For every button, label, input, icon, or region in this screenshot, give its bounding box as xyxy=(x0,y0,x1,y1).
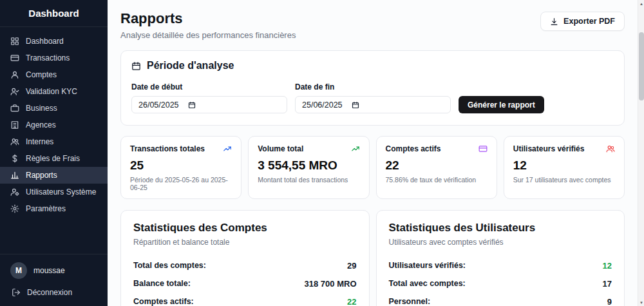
page-title: Rapports xyxy=(120,10,296,27)
stat-row-value: 12 xyxy=(603,261,612,271)
start-date-group: Date de début 26/05/2025 xyxy=(131,82,287,113)
panel-title: Statistiques des Comptes xyxy=(133,222,357,234)
sidebar-item-label: Agences xyxy=(26,120,56,129)
user-name: moussae xyxy=(33,266,65,275)
sidebar-item-label: Paramètres xyxy=(26,204,66,213)
stat-row-value: 29 xyxy=(347,261,356,271)
user-profile[interactable]: M moussae xyxy=(10,262,97,279)
download-icon xyxy=(550,17,558,26)
stat-card-utilisateurs-verifies: Utilisateurs vérifiés 12 Sur 17 utilisat… xyxy=(504,136,625,199)
scroll-up-arrow[interactable]: ▲ xyxy=(638,0,644,7)
start-date-input[interactable]: 26/05/2025 xyxy=(131,96,287,113)
kpi-stats-row: Transactions totales 25 Période du 2025-… xyxy=(120,136,625,199)
stat-subtext: Montant total des transactions xyxy=(258,176,359,184)
logout-label: Déconnexion xyxy=(27,288,72,297)
sidebar-item-business[interactable]: Business xyxy=(0,100,108,117)
users-statistics-panel: Statistiques des Utilisateurs Utilisateu… xyxy=(376,210,625,306)
sidebar-item-validation-kyc[interactable]: Validation KYC xyxy=(0,83,108,100)
calendar-icon xyxy=(131,61,141,71)
gear-icon xyxy=(10,204,19,213)
calendar-picker-icon[interactable] xyxy=(352,101,359,109)
sidebar-item-transactions[interactable]: Transactions xyxy=(0,50,108,66)
building-icon xyxy=(10,120,19,129)
stat-row: Total avec comptes: 17 xyxy=(389,274,612,292)
stat-row-value: 17 xyxy=(603,279,612,289)
sidebar-item-internes[interactable]: Internes xyxy=(0,133,108,150)
end-date-label: Date de fin xyxy=(295,82,451,91)
grid-icon xyxy=(10,37,19,46)
panel-rows: Utilisateurs vérifiés: 12 Total avec com… xyxy=(389,256,612,306)
bar-chart-icon xyxy=(10,171,19,180)
stat-title: Transactions totales xyxy=(130,144,205,153)
period-form: Date de début 26/05/2025 Date de fin 25/… xyxy=(131,82,614,113)
sidebar-item-parametres[interactable]: Paramètres xyxy=(0,200,108,217)
sidebar-item-regles-de-frais[interactable]: Règles de Frais xyxy=(0,150,108,167)
stat-title: Utilisateurs vérifiés xyxy=(513,144,585,153)
sidebar-item-rapports[interactable]: Rapports xyxy=(0,167,108,184)
stat-row: Comptes actifs: 22 xyxy=(133,292,357,306)
sidebar: Dashboard Dashboard Transactions Comptes xyxy=(0,0,108,306)
sidebar-item-agences[interactable]: Agences xyxy=(0,117,108,133)
users-icon xyxy=(606,144,615,153)
stat-value: 12 xyxy=(513,158,615,173)
stat-value: 25 xyxy=(130,158,232,173)
stat-title: Volume total xyxy=(258,144,303,153)
sidebar-item-utilisateurs-systeme[interactable]: Utilisateurs Système xyxy=(0,184,108,200)
stat-row: Utilisateurs vérifiés: 12 xyxy=(389,256,612,274)
panel-subtitle: Utilisateurs avec comptes vérifiés xyxy=(389,238,612,247)
sidebar-item-label: Transactions xyxy=(26,53,70,62)
scroll-down-arrow[interactable]: ▼ xyxy=(638,299,644,306)
stat-title: Comptes actifs xyxy=(386,144,441,153)
period-title-row: Période d'analyse xyxy=(131,60,614,72)
stat-row-label: Balance totale: xyxy=(133,279,191,288)
sidebar-user-section: M moussae Déconnexion xyxy=(0,254,108,306)
trend-up-icon xyxy=(223,144,232,153)
panel-subtitle: Répartition et balance totale xyxy=(133,238,357,247)
sidebar-item-label: Dashboard xyxy=(26,37,64,46)
users-icon xyxy=(10,137,19,146)
scrollbar-thumb[interactable] xyxy=(639,32,644,100)
sidebar-item-dashboard[interactable]: Dashboard xyxy=(0,33,108,50)
vertical-scrollbar[interactable]: ▲ ▼ xyxy=(638,0,644,306)
sidebar-title: Dashboard xyxy=(0,0,108,27)
sidebar-item-label: Comptes xyxy=(26,70,57,79)
export-pdf-button[interactable]: Exporter PDF xyxy=(540,12,625,31)
stat-value: 22 xyxy=(386,158,488,173)
stat-row-label: Total avec comptes: xyxy=(389,279,466,288)
stat-row-value: 318 700 MRO xyxy=(305,279,357,289)
sidebar-item-label: Rapports xyxy=(26,171,57,180)
stat-card-comptes-actifs: Comptes actifs 22 75.86% de taux de véri… xyxy=(376,136,497,199)
stat-row-value: 22 xyxy=(347,297,356,306)
avatar: M xyxy=(10,262,27,279)
stat-value: 3 554,55 MRO xyxy=(258,158,359,173)
stat-card-transactions-totales: Transactions totales 25 Période du 2025-… xyxy=(120,136,242,199)
stat-subtext: Période du 2025-05-26 au 2025-06-25 xyxy=(130,176,232,191)
page-header: Rapports Analyse détaillée des performan… xyxy=(120,10,625,40)
panel-title: Statistiques des Utilisateurs xyxy=(389,222,612,234)
credit-card-icon xyxy=(10,53,19,62)
end-date-group: Date de fin 25/06/2025 xyxy=(295,82,451,113)
sidebar-item-label: Internes xyxy=(26,137,53,146)
sidebar-item-label: Règles de Frais xyxy=(26,154,80,163)
briefcase-icon xyxy=(10,104,19,113)
stat-row-label: Comptes actifs: xyxy=(133,297,194,306)
period-card-title: Période d'analyse xyxy=(147,60,234,72)
stat-subtext: Sur 17 utilisateurs avec comptes xyxy=(513,176,615,184)
end-date-value: 25/06/2025 xyxy=(302,100,343,110)
statistics-panels: Statistiques des Comptes Répartition et … xyxy=(120,210,625,306)
stat-row-value: 9 xyxy=(607,297,612,306)
stat-row-label: Personnel: xyxy=(389,297,431,306)
user-icon xyxy=(10,70,19,79)
app-window: Dashboard Dashboard Transactions Comptes xyxy=(0,0,644,306)
stat-row: Total des comptes: 29 xyxy=(133,256,357,274)
end-date-input[interactable]: 25/06/2025 xyxy=(295,96,451,113)
logout-icon xyxy=(12,288,21,297)
stat-row: Personnel: 9 xyxy=(389,292,612,306)
page-heading-block: Rapports Analyse détaillée des performan… xyxy=(120,10,296,40)
sidebar-item-comptes[interactable]: Comptes xyxy=(0,66,108,83)
export-pdf-label: Exporter PDF xyxy=(564,17,615,26)
logout-button[interactable]: Déconnexion xyxy=(10,288,97,297)
generate-report-button[interactable]: Générer le rapport xyxy=(459,96,544,113)
calendar-picker-icon[interactable] xyxy=(188,101,196,109)
period-analysis-card: Période d'analyse Date de début 26/05/20… xyxy=(120,50,625,126)
